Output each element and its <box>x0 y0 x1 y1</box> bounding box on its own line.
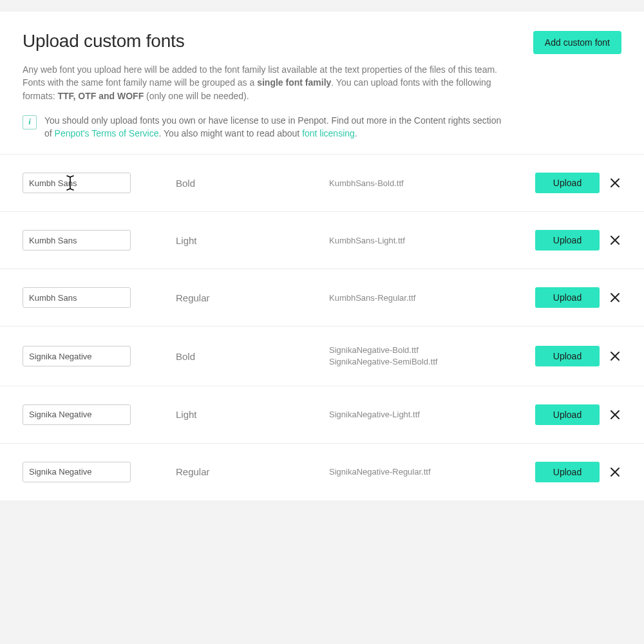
font-name-input[interactable] <box>23 462 131 482</box>
font-variant: Regular <box>176 466 329 477</box>
close-icon <box>610 178 620 188</box>
description-text: (only one will be needed). <box>144 91 249 101</box>
terms-of-service-link[interactable]: Penpot's Terms of Service <box>55 128 159 138</box>
font-row: RegularSignikaNegative-Regular.ttfUpload <box>0 443 644 500</box>
info-text-part: . You also might want to read about <box>159 128 303 138</box>
font-variant: Bold <box>176 351 329 362</box>
font-row-actions: Upload <box>535 173 621 193</box>
font-row: BoldKumbhSans-Bold.ttfUpload <box>0 154 644 211</box>
font-name-input[interactable] <box>23 404 131 425</box>
info-text-part: . <box>355 128 357 138</box>
font-row: BoldSignikaNegative-Bold.ttfSignikaNegat… <box>0 326 644 385</box>
font-list: BoldKumbhSans-Bold.ttfUploadLightKumbhSa… <box>0 154 644 500</box>
font-row: LightKumbhSans-Light.ttfUpload <box>0 211 644 269</box>
font-files: KumbhSans-Light.ttf <box>329 235 535 247</box>
font-name-cell <box>23 173 176 193</box>
close-icon <box>610 235 620 245</box>
info-text: You should only upload fonts you own or … <box>44 114 508 140</box>
font-file-name: SignikaNegative-Light.ttf <box>329 409 535 421</box>
remove-font-button[interactable] <box>609 176 621 189</box>
font-name-cell <box>23 404 176 425</box>
remove-font-button[interactable] <box>609 466 621 478</box>
font-row-actions: Upload <box>535 287 621 308</box>
close-icon <box>610 351 620 361</box>
font-files: SignikaNegative-Light.ttf <box>329 409 535 421</box>
description-bold-2: TTF, OTF and WOFF <box>57 91 144 101</box>
upload-button[interactable]: Upload <box>535 173 600 193</box>
upload-button[interactable]: Upload <box>535 230 600 251</box>
info-icon: i <box>23 115 37 129</box>
font-name-cell <box>23 462 176 482</box>
upload-button[interactable]: Upload <box>535 404 600 425</box>
upload-button[interactable]: Upload <box>535 346 600 366</box>
upload-button[interactable]: Upload <box>535 287 600 308</box>
font-row-actions: Upload <box>535 404 621 425</box>
font-file-name: SignikaNegative-Regular.ttf <box>329 466 535 478</box>
font-variant: Bold <box>176 178 329 189</box>
add-custom-font-button[interactable]: Add custom font <box>533 31 621 54</box>
font-row: LightSignikaNegative-Light.ttfUpload <box>0 386 644 443</box>
font-file-name: KumbhSans-Light.ttf <box>329 235 535 247</box>
font-row-actions: Upload <box>535 346 621 366</box>
font-name-input[interactable] <box>23 287 131 308</box>
info-callout: i You should only upload fonts you own o… <box>23 114 621 140</box>
font-variant: Regular <box>176 292 329 303</box>
upload-button[interactable]: Upload <box>535 462 600 482</box>
font-files: KumbhSans-Regular.ttf <box>329 292 535 304</box>
header-row: Upload custom fonts Add custom font <box>23 31 621 54</box>
panel-header-section: Upload custom fonts Add custom font Any … <box>0 12 644 154</box>
font-name-cell <box>23 230 176 251</box>
font-files: SignikaNegative-Regular.ttf <box>329 466 535 478</box>
font-files: SignikaNegative-Bold.ttfSignikaNegative-… <box>329 345 535 367</box>
font-file-name: KumbhSans-Regular.ttf <box>329 292 535 304</box>
font-name-cell <box>23 346 176 366</box>
remove-font-button[interactable] <box>609 291 621 304</box>
page-description: Any web font you upload here will be add… <box>23 63 499 102</box>
fonts-panel: Upload custom fonts Add custom font Any … <box>0 12 644 500</box>
font-files: KumbhSans-Bold.ttf <box>329 178 535 189</box>
close-icon <box>610 410 620 420</box>
font-licensing-link[interactable]: font licensing <box>302 128 355 138</box>
font-row-actions: Upload <box>535 462 621 482</box>
remove-font-button[interactable] <box>609 408 621 421</box>
font-file-name: SignikaNegative-SemiBold.ttf <box>329 356 535 368</box>
font-variant: Light <box>176 409 329 420</box>
font-name-input[interactable] <box>23 346 131 366</box>
font-file-name: KumbhSans-Bold.ttf <box>329 178 535 189</box>
font-name-input[interactable] <box>23 173 131 193</box>
font-variant: Light <box>176 235 329 246</box>
font-name-input[interactable] <box>23 230 131 251</box>
remove-font-button[interactable] <box>609 234 621 247</box>
font-row-actions: Upload <box>535 230 621 251</box>
remove-font-button[interactable] <box>609 350 621 363</box>
close-icon <box>610 292 620 303</box>
font-name-cell <box>23 287 176 308</box>
description-bold-1: single font family <box>257 77 331 88</box>
font-file-name: SignikaNegative-Bold.ttf <box>329 345 535 356</box>
page-title: Upload custom fonts <box>23 31 184 52</box>
close-icon <box>610 467 620 477</box>
font-row: RegularKumbhSans-Regular.ttfUpload <box>0 269 644 326</box>
